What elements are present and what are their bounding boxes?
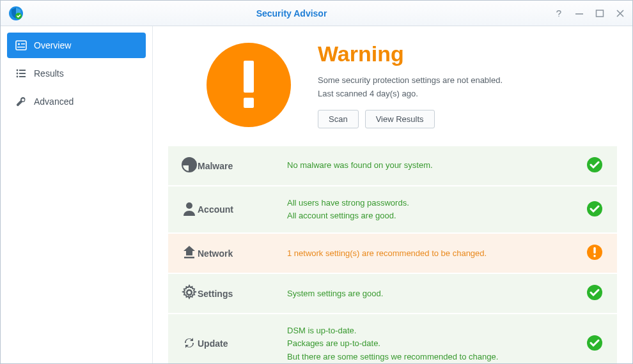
category-account[interactable]: Account All users have strong passwords.… [168, 186, 617, 234]
sidebar: Overview Results Advanced [1, 26, 153, 363]
category-message: System settings are good. [287, 287, 586, 300]
svg-rect-2 [575, 13, 583, 15]
svg-rect-9 [19, 70, 26, 71]
category-label: Settings [198, 289, 287, 299]
svg-rect-4 [16, 41, 26, 50]
category-message: 1 network setting(s) are recommended to … [287, 247, 586, 260]
close-button[interactable] [616, 9, 625, 18]
hero-actions: Scan View Results [318, 110, 503, 128]
svg-point-8 [17, 70, 19, 72]
overview-icon [15, 39, 27, 52]
sidebar-item-overview[interactable]: Overview [7, 33, 146, 58]
category-label: Account [198, 204, 287, 215]
results-icon [15, 67, 27, 80]
settings-icon [181, 284, 198, 303]
status-text: Warning Some security protection setting… [318, 42, 503, 128]
minimize-button[interactable] [575, 9, 584, 18]
app-logo-icon [8, 6, 24, 21]
view-results-button[interactable]: View Results [365, 110, 435, 128]
status-heading: Warning [318, 42, 503, 66]
titlebar: Security Advisor [1, 1, 632, 26]
category-malware[interactable]: Malware No malware was found on your sys… [168, 146, 617, 186]
main-panel: Warning Some security protection setting… [153, 26, 632, 363]
svg-rect-15 [244, 61, 254, 93]
network-icon [181, 244, 198, 262]
window-title: Security Advisor [29, 8, 554, 19]
svg-rect-6 [21, 43, 25, 45]
svg-rect-21 [186, 251, 192, 255]
status-line2: Last scanned 4 day(s) ago. [318, 87, 503, 101]
category-label: Network [198, 248, 287, 259]
warning-status-icon [205, 42, 292, 128]
window-controls [554, 9, 625, 18]
category-message: All users have strong passwords.All acco… [287, 197, 586, 222]
svg-rect-7 [17, 47, 25, 48]
svg-point-10 [17, 73, 19, 75]
maximize-button[interactable] [595, 9, 604, 18]
account-icon [181, 201, 198, 219]
status-ok-icon [586, 201, 604, 219]
svg-point-19 [186, 202, 192, 209]
svg-rect-25 [593, 255, 595, 257]
svg-rect-13 [19, 76, 26, 77]
status-ok-icon [586, 284, 604, 303]
status-warn-icon [586, 244, 604, 262]
window-body: Overview Results Advanced Warning Some s… [1, 26, 632, 363]
sidebar-item-label: Advanced [34, 96, 74, 107]
advanced-icon [15, 95, 27, 108]
scan-button[interactable]: Scan [318, 110, 359, 128]
status-ok-icon [586, 156, 604, 175]
category-label: Update [198, 338, 287, 349]
sidebar-item-results[interactable]: Results [7, 61, 146, 86]
status-line1: Some security protection settings are no… [318, 74, 503, 87]
app-window: Security Advisor Overview Results Advanc… [0, 0, 633, 364]
status-hero: Warning Some security protection setting… [168, 42, 617, 128]
svg-rect-3 [597, 10, 604, 17]
category-list: Malware No malware was found on your sys… [168, 146, 617, 363]
svg-rect-11 [19, 73, 26, 74]
category-message: No malware was found on your system. [287, 159, 586, 172]
svg-point-12 [17, 76, 19, 78]
category-settings[interactable]: Settings System settings are good. [168, 274, 617, 314]
svg-rect-16 [244, 98, 254, 108]
sidebar-item-label: Overview [34, 40, 71, 50]
category-network[interactable]: Network 1 network setting(s) are recomme… [168, 234, 617, 274]
svg-rect-24 [593, 247, 595, 254]
help-button[interactable] [554, 9, 563, 18]
malware-icon [181, 156, 198, 175]
update-icon [181, 335, 198, 353]
category-label: Malware [198, 161, 287, 171]
status-ok-icon [586, 335, 604, 353]
sidebar-item-advanced[interactable]: Advanced [7, 89, 146, 114]
category-update[interactable]: Update DSM is up-to-date.Packages are up… [168, 314, 617, 363]
svg-rect-22 [184, 257, 194, 259]
svg-point-5 [18, 43, 20, 45]
sidebar-item-label: Results [34, 68, 64, 79]
category-message: DSM is up-to-date.Packages are up-to-dat… [287, 324, 586, 363]
